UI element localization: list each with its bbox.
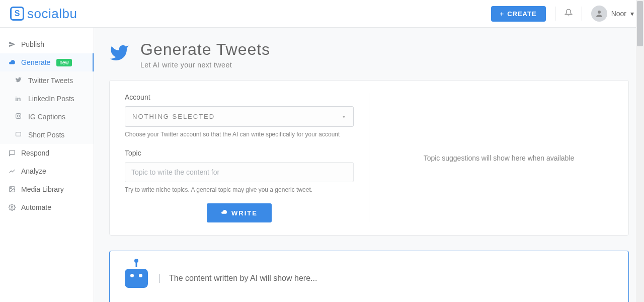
image-icon (8, 186, 16, 193)
scrollbar-thumb[interactable] (637, 1, 643, 46)
topic-input[interactable] (125, 162, 354, 182)
layout: Publish Generate new Twitter Tweets in L… (0, 28, 644, 302)
create-button[interactable]: + CREATE (491, 6, 546, 22)
notifications-icon[interactable] (565, 9, 573, 19)
output-placeholder: The content written by AI will show here… (159, 274, 317, 283)
sidebar-sub-short[interactable]: Short Posts (0, 126, 94, 144)
sidebar-item-label: Generate (21, 58, 50, 66)
account-select-value: NOTHING SELECTED (132, 113, 215, 120)
suggestions-panel: Topic suggestions will show here when av… (369, 93, 628, 222)
sidebar-sub-label: Short Posts (28, 131, 64, 139)
account-label: Account (125, 93, 354, 101)
twitter-icon (109, 43, 129, 69)
sidebar-sub-ig[interactable]: IG Captions (0, 108, 94, 126)
sidebar-item-label: Media Library (21, 185, 64, 193)
scrollbar[interactable] (636, 0, 644, 302)
svg-point-5 (11, 188, 12, 189)
sidebar-item-publish[interactable]: Publish (0, 35, 94, 53)
twitter-icon (15, 77, 23, 85)
logo-text: socialbu (27, 6, 77, 22)
svg-point-2 (17, 115, 19, 117)
logo-mark-icon: S (10, 7, 24, 21)
topbar-right: + CREATE Noor ▾ (491, 6, 634, 22)
chevron-down-icon: ▾ (343, 114, 346, 119)
form-card: Account NOTHING SELECTED ▾ Choose your T… (109, 80, 629, 236)
sidebar-item-media[interactable]: Media Library (0, 180, 94, 198)
cloud-icon (8, 59, 16, 66)
create-button-label: CREATE (507, 10, 536, 18)
sidebar-item-respond[interactable]: Respond (0, 144, 94, 162)
topbar: S socialbu + CREATE Noor ▾ (0, 0, 644, 28)
cloud-icon (221, 209, 227, 217)
svg-rect-1 (16, 114, 21, 119)
user-name: Noor (611, 10, 626, 18)
linkedin-icon: in (15, 95, 23, 103)
topic-label: Topic (125, 149, 354, 157)
svg-rect-3 (16, 132, 21, 136)
sidebar-sub-linkedin[interactable]: in LinkedIn Posts (0, 90, 94, 108)
plus-icon: + (500, 10, 505, 18)
chevron-down-icon: ▾ (630, 10, 634, 18)
divider (582, 7, 582, 21)
chat-icon (8, 149, 16, 157)
sidebar-sub-label: Twitter Tweets (28, 77, 73, 85)
sidebar-item-label: Automate (21, 203, 51, 211)
sidebar-item-generate[interactable]: Generate new (0, 53, 94, 71)
divider (555, 7, 555, 21)
instagram-icon (15, 113, 23, 121)
sidebar-sub-label: LinkedIn Posts (28, 95, 74, 103)
chart-icon (8, 168, 16, 175)
card-icon (15, 131, 23, 139)
logo[interactable]: S socialbu (10, 6, 77, 22)
gear-icon (8, 204, 16, 211)
write-button-label: WRITE (231, 209, 258, 217)
page-title: Generate Tweets (140, 40, 270, 59)
form-left: Account NOTHING SELECTED ▾ Choose your T… (110, 93, 369, 222)
page-header: Generate Tweets Let AI write your next t… (109, 40, 629, 69)
new-badge: new (56, 59, 71, 66)
svg-point-0 (598, 11, 601, 14)
sidebar-item-label: Analyze (21, 167, 46, 175)
topic-help: Try to write niche topics. A general top… (125, 186, 354, 193)
account-select[interactable]: NOTHING SELECTED ▾ (125, 106, 354, 127)
robot-icon (125, 269, 148, 288)
write-button[interactable]: WRITE (207, 203, 272, 222)
output-card: The content written by AI will show here… (109, 251, 629, 302)
avatar-icon (591, 6, 607, 22)
user-menu[interactable]: Noor ▾ (591, 6, 634, 22)
sidebar: Publish Generate new Twitter Tweets in L… (0, 28, 94, 302)
suggestions-placeholder: Topic suggestions will show here when av… (424, 154, 575, 162)
page-subtitle: Let AI write your next tweet (140, 61, 270, 69)
sidebar-item-automate[interactable]: Automate (0, 198, 94, 216)
main-content: Generate Tweets Let AI write your next t… (94, 28, 644, 302)
sidebar-sub-twitter[interactable]: Twitter Tweets (0, 71, 94, 90)
sidebar-item-label: Respond (21, 149, 49, 157)
paper-plane-icon (8, 41, 16, 48)
sidebar-item-label: Publish (21, 40, 44, 48)
sidebar-sub-label: IG Captions (28, 113, 65, 121)
sidebar-item-analyze[interactable]: Analyze (0, 162, 94, 180)
svg-point-6 (11, 206, 13, 208)
account-help: Choose your Twitter account so that the … (125, 131, 354, 138)
